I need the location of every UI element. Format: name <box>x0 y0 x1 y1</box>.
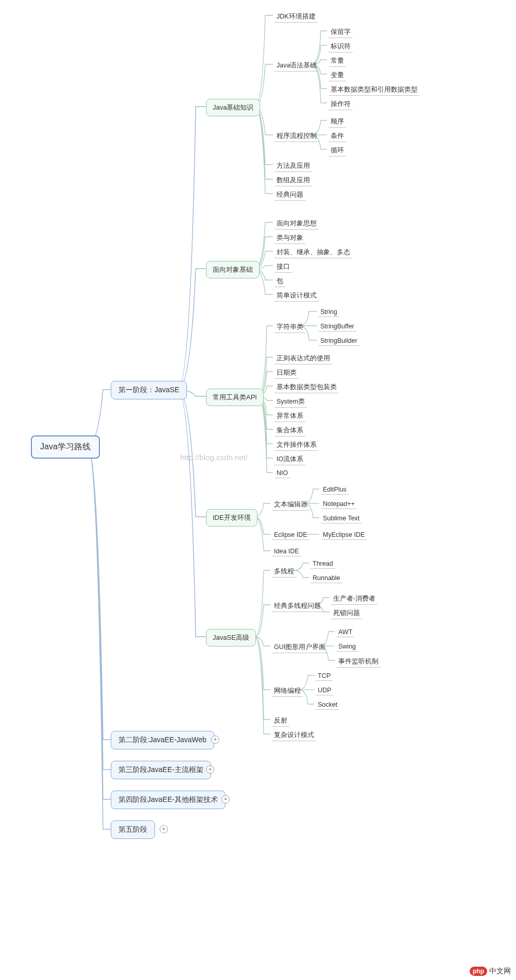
leaf[interactable]: StringBuffer <box>318 322 356 331</box>
leaf[interactable]: 操作符 <box>329 99 353 110</box>
leaf[interactable]: System类 <box>274 396 307 408</box>
root-node[interactable]: Java学习路线 <box>31 435 100 459</box>
leaf[interactable]: Idea IDE <box>272 547 301 556</box>
leaf[interactable]: GUI图形用户界面 <box>272 642 328 653</box>
leaf[interactable]: Socket <box>316 700 339 710</box>
root-label: Java学习路线 <box>40 442 91 451</box>
cat-oop[interactable]: 面向对象基础 <box>206 261 260 278</box>
leaf[interactable]: 经典问题 <box>274 189 305 201</box>
leaf[interactable]: TCP <box>316 671 333 681</box>
leaf[interactable]: 程序流程控制 <box>274 131 319 142</box>
leaf[interactable]: 条件 <box>329 131 346 142</box>
expand-icon[interactable]: + <box>211 736 219 744</box>
leaf[interactable]: 日期类 <box>274 367 299 379</box>
phase-5[interactable]: 第五阶段 <box>111 820 155 839</box>
leaf[interactable]: 封装、继承、抽象、多态 <box>274 247 352 258</box>
leaf[interactable]: 事件监听机制 <box>336 656 381 668</box>
leaf[interactable]: NIO <box>274 468 290 478</box>
leaf[interactable]: 标识符 <box>329 41 353 52</box>
leaf[interactable]: 接口 <box>274 261 292 273</box>
leaf[interactable]: Runnable <box>311 573 342 583</box>
leaf[interactable]: 基本数据类型包装类 <box>274 382 339 393</box>
watermark: http://blog.csdn.net/ <box>180 453 248 462</box>
expand-icon[interactable]: + <box>206 765 214 774</box>
cat-java-basics[interactable]: Java基础知识 <box>206 99 260 116</box>
phase-3[interactable]: 第三阶段JavaEE-主流框架 <box>111 761 211 779</box>
leaf[interactable]: Sublime Text <box>321 514 362 523</box>
leaf[interactable]: 基本数据类型和引用数据类型 <box>329 84 420 96</box>
leaf[interactable]: Eclipse IDE <box>272 530 309 540</box>
leaf[interactable]: 数组及应用 <box>274 175 312 186</box>
leaf[interactable]: 复杂设计模式 <box>272 730 316 741</box>
leaf[interactable]: 反射 <box>272 715 289 727</box>
leaf[interactable]: Swing <box>336 642 358 652</box>
leaf[interactable]: UDP <box>316 686 333 695</box>
expand-icon[interactable]: + <box>160 825 168 833</box>
leaf[interactable]: Notepad++ <box>321 499 357 509</box>
leaf[interactable]: 字符串类 <box>274 322 305 333</box>
leaf[interactable]: 保留字 <box>329 27 353 38</box>
logo-php: php <box>470 967 487 976</box>
site-logo: php 中文网 <box>470 967 511 976</box>
leaf[interactable]: 正则表达式的使用 <box>274 353 332 364</box>
leaf[interactable]: 生产者-消费者 <box>331 593 377 605</box>
logo-text: 中文网 <box>489 967 511 975</box>
leaf[interactable]: 面向对象思想 <box>274 218 319 230</box>
leaf[interactable]: 简单设计模式 <box>274 290 319 302</box>
leaf[interactable]: 文件操作体系 <box>274 440 319 451</box>
leaf[interactable]: Java语法基础 <box>274 60 319 72</box>
cat-advanced[interactable]: JavaSE高级 <box>206 629 256 646</box>
leaf[interactable]: 顺序 <box>329 116 346 128</box>
leaf[interactable]: EditPlus <box>321 485 349 495</box>
phase-2[interactable]: 第二阶段:JavaEE-JavaWeb <box>111 731 214 749</box>
leaf[interactable]: 异常体系 <box>274 411 305 422</box>
leaf[interactable]: 变量 <box>329 70 346 81</box>
phase-4[interactable]: 第四阶段JavaEE-其他框架技术 <box>111 791 226 809</box>
leaf[interactable]: 类与对象 <box>274 233 305 244</box>
leaf[interactable]: IO流体系 <box>274 454 305 465</box>
leaf[interactable]: 多线程 <box>272 566 296 577</box>
leaf[interactable]: MyEclipse IDE <box>321 530 367 540</box>
leaf[interactable]: JDK环境搭建 <box>274 11 318 23</box>
leaf[interactable]: 经典多线程问题 <box>272 601 323 612</box>
leaf[interactable]: StringBuilder <box>318 336 359 346</box>
leaf[interactable]: 包 <box>274 276 285 287</box>
leaf[interactable]: 死锁问题 <box>331 608 362 619</box>
leaf[interactable]: 文本编辑器 <box>272 499 309 511</box>
cat-ide[interactable]: IDE开发环境 <box>206 509 257 527</box>
leaf[interactable]: 集合体系 <box>274 425 305 436</box>
leaf[interactable]: Thread <box>311 559 335 569</box>
leaf[interactable]: 网络编程 <box>272 686 303 697</box>
cat-api[interactable]: 常用工具类API <box>206 389 264 406</box>
expand-icon[interactable]: + <box>221 795 230 803</box>
leaf[interactable]: String <box>318 307 339 317</box>
phase-1[interactable]: 第一阶段：JavaSE <box>111 381 187 399</box>
leaf[interactable]: AWT <box>336 627 354 637</box>
leaf[interactable]: 常量 <box>329 56 346 67</box>
leaf[interactable]: 方法及应用 <box>274 161 312 172</box>
leaf[interactable]: 循环 <box>329 145 346 156</box>
connector-canvas <box>0 0 516 980</box>
